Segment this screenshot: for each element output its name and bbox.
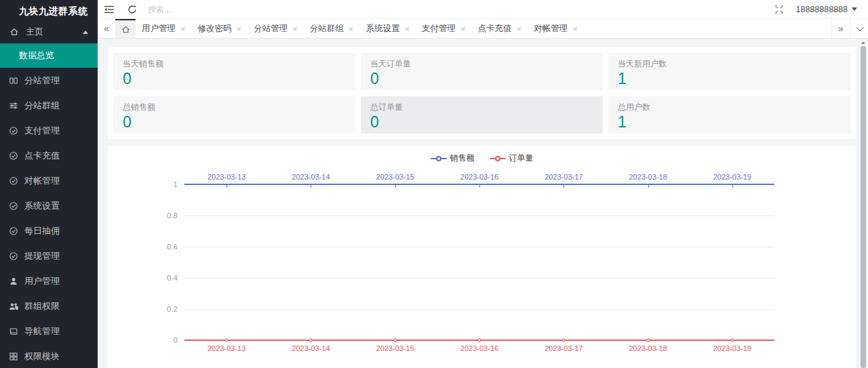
- axis-tick: [226, 185, 227, 188]
- sidebar-item-payment-manage[interactable]: 支付管理: [0, 118, 98, 143]
- chart-legend: 销售额订单量: [108, 152, 856, 164]
- chevron-up-icon: [83, 30, 88, 34]
- chevron-down-icon: [856, 24, 864, 31]
- search-input[interactable]: [148, 5, 277, 14]
- tab-bar: « 用户管理× 修改密码× 分站管理× 分站群组× 系统设置× 支付管理× 点卡…: [98, 19, 868, 39]
- sidebar-item-withdrawal-manage[interactable]: 提现管理: [0, 243, 98, 268]
- tab-label: 分站群组: [310, 23, 344, 35]
- sidebar-item-label: 权限模块: [24, 350, 60, 363]
- gridline: [184, 309, 774, 310]
- tab-user-manage[interactable]: 用户管理×: [136, 19, 192, 38]
- gridline: [184, 216, 774, 216]
- collapse-sidebar-button[interactable]: [98, 0, 121, 19]
- stat-card-total-users: 总用户数 1: [608, 96, 850, 134]
- sliders-icon: [9, 101, 18, 110]
- app-title: 九块九进群系统: [0, 0, 98, 20]
- sidebar-item-system-settings[interactable]: 系统设置: [0, 193, 98, 218]
- x-axis-top-label: 2023-03-13: [208, 173, 245, 181]
- module-grid-icon: [9, 352, 18, 361]
- tab-substation-group[interactable]: 分站群组×: [304, 19, 360, 38]
- sidebar-item-label: 主页: [26, 26, 43, 38]
- x-axis-bottom-label: 2023-03-14: [292, 344, 330, 352]
- chart-panel: 销售额订单量 10.80.60.40.202023-03-132023-03-1…: [108, 146, 856, 368]
- data-point: [478, 339, 481, 342]
- y-axis-label: 0.2: [167, 305, 178, 313]
- close-icon[interactable]: ×: [404, 24, 410, 33]
- scrollbar-thumb[interactable]: [861, 46, 866, 368]
- tab-label: 系统设置: [366, 23, 399, 35]
- data-point: [225, 339, 229, 342]
- tabs-scroll-right-button[interactable]: »: [831, 19, 850, 38]
- sidebar-item-substation-group[interactable]: 分站群组: [0, 93, 98, 118]
- tab-home[interactable]: [115, 19, 136, 38]
- users-icon: [9, 302, 18, 311]
- sidebar-subitem-label: 数据总览: [19, 49, 54, 62]
- vertical-scrollbar[interactable]: [861, 39, 866, 368]
- sidebar-item-label: 分站管理: [24, 75, 60, 87]
- check-circle-icon: [9, 126, 18, 136]
- axis-tick: [311, 185, 311, 188]
- sidebar-subitem-data-overview[interactable]: 数据总览: [0, 43, 98, 68]
- refresh-button[interactable]: [121, 0, 144, 19]
- scroll-up-button[interactable]: [861, 39, 866, 45]
- sidebar-item-daily-commission[interactable]: 每日抽佣: [0, 218, 98, 243]
- tab-payment-manage[interactable]: 支付管理×: [416, 19, 472, 38]
- check-circle-icon: [9, 226, 18, 236]
- tab-change-password[interactable]: 修改密码×: [192, 19, 248, 38]
- close-icon[interactable]: ×: [572, 24, 578, 33]
- close-icon[interactable]: ×: [292, 24, 298, 33]
- legend-item[interactable]: 销售额: [431, 152, 475, 164]
- x-axis-bottom-label: 2023-03-17: [545, 344, 583, 352]
- gridline: [184, 247, 774, 247]
- sidebar-item-group-permission[interactable]: 群组权限: [0, 293, 98, 319]
- tab-substation-manage[interactable]: 分站管理×: [248, 19, 304, 38]
- x-axis-top-label: 2023-03-16: [460, 173, 498, 181]
- sidebar-item-substation-manage[interactable]: 分站管理: [0, 68, 98, 93]
- tabs-scroll-left-button[interactable]: «: [98, 19, 115, 38]
- axis-tick: [479, 185, 480, 188]
- tab-label: 分站管理: [254, 23, 288, 35]
- sidebar-item-user-manage[interactable]: 用户管理: [0, 268, 98, 293]
- sidebar-item-label: 每日抽佣: [24, 225, 60, 237]
- y-axis-label: 0.4: [167, 274, 178, 282]
- y-axis-label: 0.8: [167, 211, 178, 220]
- x-axis-top-label: 2023-03-18: [629, 173, 667, 181]
- data-point: [393, 339, 397, 342]
- legend-line-circle-icon: [490, 155, 506, 162]
- stat-value: 0: [370, 70, 593, 87]
- x-axis-top-label: 2023-03-14: [292, 173, 330, 181]
- nav-book-icon: [9, 327, 18, 336]
- close-icon[interactable]: ×: [237, 24, 242, 33]
- close-icon[interactable]: ×: [349, 24, 354, 33]
- fullscreen-button[interactable]: [774, 5, 784, 14]
- legend-item[interactable]: 订单量: [490, 152, 534, 164]
- legend-circle: [436, 156, 441, 161]
- data-point: [562, 339, 566, 342]
- user-icon: [9, 277, 18, 286]
- stats-panel: 当天销售额 0 当天订单量 0 当天新用户数 1 总销售额 0 总订单量 0: [108, 47, 856, 139]
- sidebar-item-label: 导航管理: [24, 325, 60, 338]
- sidebar-item-label: 分站群组: [24, 100, 60, 112]
- tab-system-settings[interactable]: 系统设置×: [359, 19, 416, 38]
- close-icon[interactable]: ×: [460, 24, 466, 33]
- user-menu[interactable]: 18888888888: [796, 5, 857, 14]
- sidebar-item-reconciliation-manage[interactable]: 对帐管理: [0, 168, 98, 193]
- tab-reconciliation-manage[interactable]: 对帐管理×: [528, 19, 584, 38]
- stat-value: 0: [123, 70, 346, 87]
- tab-label: 修改密码: [198, 23, 232, 35]
- stat-label: 当天新用户数: [618, 58, 841, 70]
- x-axis-top-label: 2023-03-15: [376, 173, 414, 181]
- caret-down-icon: [852, 7, 857, 11]
- sidebar-item-label: 群组权限: [24, 300, 60, 312]
- sidebar-item-home[interactable]: 主页: [0, 20, 98, 43]
- close-icon[interactable]: ×: [517, 24, 522, 33]
- sidebar-item-navigation-manage[interactable]: 导航管理: [0, 319, 98, 344]
- tabs-menu-button[interactable]: [850, 19, 868, 38]
- tab-card-recharge[interactable]: 点卡充值×: [472, 19, 528, 38]
- sidebar-item-label: 支付管理: [24, 125, 60, 137]
- sidebar-item-permission-module[interactable]: 权限模块: [0, 344, 98, 368]
- sidebar-item-card-recharge[interactable]: 点卡充值: [0, 143, 98, 168]
- y-axis-label: 0: [174, 336, 178, 344]
- check-circle-icon: [9, 151, 18, 161]
- close-icon[interactable]: ×: [180, 24, 186, 33]
